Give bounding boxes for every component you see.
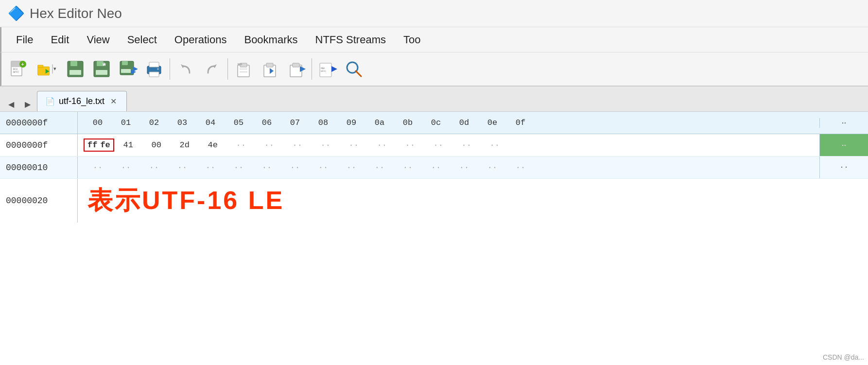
hex-byte-empty-10: ·· xyxy=(481,140,509,150)
svg-marker-21 xyxy=(133,67,138,71)
svg-marker-27 xyxy=(181,64,185,68)
utf-annotation-text: 表示UTF-16 LE xyxy=(78,184,284,218)
menu-select[interactable]: Select xyxy=(119,31,166,49)
menu-operations[interactable]: Operations xyxy=(166,31,236,49)
hex-row-0-ascii: ·· xyxy=(819,134,868,156)
hex-byte-empty-5: ·· xyxy=(340,140,368,150)
hex-byte-r1-3: ·· xyxy=(168,163,196,172)
svg-rect-12 xyxy=(70,61,77,66)
paste-special-button[interactable] xyxy=(257,56,282,82)
save-all-button[interactable] xyxy=(115,56,140,82)
svg-text:MFD: MFD xyxy=(238,63,242,66)
svg-rect-13 xyxy=(69,70,81,75)
hex-col-0b: 0b xyxy=(394,118,422,127)
hex-col-0c: 0c xyxy=(422,118,450,127)
print-button[interactable] xyxy=(141,56,167,82)
svg-rect-7 xyxy=(38,65,43,68)
menu-bar: File Edit View Select Operations Bookmar… xyxy=(0,27,868,52)
paste-button[interactable]: MFD xyxy=(231,56,256,82)
hex-row-utf-addr: 00000020 xyxy=(0,179,78,223)
hex-bytes-header: 00 01 02 03 04 05 06 07 08 09 0a 0b 0c 0… xyxy=(78,112,819,134)
hex-byte-41[interactable]: 41 xyxy=(114,140,142,150)
tab-label: utf-16_le.txt xyxy=(59,96,104,106)
hex-col-0e: 0e xyxy=(478,118,506,127)
app-icon: 🔷 xyxy=(8,5,25,21)
tab-nav-next[interactable]: ▶ xyxy=(20,97,35,111)
svg-text:+: + xyxy=(21,62,24,67)
clipboard-button[interactable] xyxy=(283,56,309,82)
app-title: Hex Editor Neo xyxy=(30,6,122,21)
tab-nav-prev[interactable]: ◀ xyxy=(4,97,18,111)
hex-byte-empty-9: ·· xyxy=(452,140,481,150)
hex-col-00: 00 xyxy=(84,118,112,127)
watermark: CSDN @da... xyxy=(823,353,864,361)
svg-line-45 xyxy=(356,71,361,76)
hex-col-0a: 0a xyxy=(365,118,394,127)
tab-file-icon: 📄 xyxy=(45,97,55,106)
search-button[interactable] xyxy=(341,56,366,82)
hex-byte-4e[interactable]: 4e xyxy=(199,140,227,150)
svg-marker-43 xyxy=(331,66,337,72)
export-button[interactable]: MNK NFFC xyxy=(315,56,340,82)
menu-file[interactable]: File xyxy=(7,31,42,49)
svg-rect-19 xyxy=(122,61,128,65)
hex-byte-r1-4: ·· xyxy=(196,163,225,172)
hex-byte-r1-11: ·· xyxy=(394,163,422,172)
hex-header-row: 0000000f 00 01 02 03 04 05 06 07 08 09 0… xyxy=(0,112,868,134)
hex-byte-r1-5: ·· xyxy=(225,163,253,172)
hex-byte-r1-6: ·· xyxy=(253,163,281,172)
hex-col-03: 03 xyxy=(168,118,196,127)
save-as-button[interactable]: * xyxy=(89,56,114,82)
hex-byte-r1-10: ·· xyxy=(365,163,394,172)
toolbar-separator-1 xyxy=(170,58,170,80)
redo-button[interactable] xyxy=(199,56,225,82)
hex-col-0f: 0f xyxy=(506,118,535,127)
hex-byte-r1-13: ·· xyxy=(450,163,478,172)
new-file-button[interactable]: DCU NFFC + xyxy=(5,56,31,82)
hex-ascii-header: ·· xyxy=(819,118,868,128)
hex-row-1-ascii: ·· xyxy=(819,156,868,178)
hex-row-utf: 00000020 表示UTF-16 LE xyxy=(0,179,868,223)
tab-close-button[interactable]: ✕ xyxy=(108,96,119,107)
hex-byte-empty-6: ·· xyxy=(368,140,396,150)
svg-text:NFFC: NFFC xyxy=(321,70,326,72)
tab-area: ◀ ▶ 📄 utf-16_le.txt ✕ xyxy=(0,87,868,112)
hex-col-08: 08 xyxy=(309,118,337,127)
svg-rect-35 xyxy=(266,63,273,67)
hex-addr-header: 0000000f xyxy=(0,112,78,134)
hex-byte-r1-8: ·· xyxy=(309,163,337,172)
menu-ntfs-streams[interactable]: NTFS Streams xyxy=(307,31,395,49)
menu-edit[interactable]: Edit xyxy=(42,31,78,49)
open-file-button[interactable]: ▾ xyxy=(32,56,62,82)
toolbar-separator-2 xyxy=(227,58,228,80)
hex-col-04: 04 xyxy=(196,118,225,127)
save-button[interactable] xyxy=(63,56,88,82)
hex-byte-2d[interactable]: 2d xyxy=(171,140,199,150)
hex-row-1-bytes[interactable]: ·· ·· ·· ·· ·· ·· ·· ·· ·· ·· ·· ·· ·· ·… xyxy=(78,156,819,178)
undo-button[interactable] xyxy=(173,56,198,82)
menu-bookmarks[interactable]: Bookmarks xyxy=(235,31,306,49)
hex-col-01: 01 xyxy=(112,118,140,127)
hex-byte-00[interactable]: 00 xyxy=(142,140,171,150)
svg-rect-20 xyxy=(121,69,131,73)
hex-byte-r1-15: ·· xyxy=(506,163,535,172)
hex-col-02: 02 xyxy=(140,118,168,127)
hex-row-0-addr: 0000000f xyxy=(0,134,78,156)
svg-rect-25 xyxy=(149,72,159,77)
hex-byte-ff: ff xyxy=(87,140,97,150)
hex-col-05: 05 xyxy=(225,118,253,127)
hex-col-06: 06 xyxy=(253,118,281,127)
hex-row-0-bytes[interactable]: ff fe 41 00 2d 4e ·· ·· ·· ·· ·· ·· ·· ·… xyxy=(78,134,819,156)
hex-row-1-addr: 00000010 xyxy=(0,156,78,178)
hex-byte-r1-0: ·· xyxy=(84,163,112,172)
hex-byte-empty-7: ·· xyxy=(396,140,424,150)
svg-rect-38 xyxy=(293,63,299,67)
toolbar: DCU NFFC + ▾ * xyxy=(0,52,868,87)
svg-marker-39 xyxy=(300,66,306,72)
menu-view[interactable]: View xyxy=(78,31,118,49)
svg-text:▾: ▾ xyxy=(53,66,56,71)
hex-col-09: 09 xyxy=(337,118,365,127)
hex-row-1: 00000010 ·· ·· ·· ·· ·· ·· ·· ·· ·· ·· ·… xyxy=(0,156,868,179)
menu-tools[interactable]: Too xyxy=(395,31,429,49)
tab-utf16le[interactable]: 📄 utf-16_le.txt ✕ xyxy=(37,91,127,111)
